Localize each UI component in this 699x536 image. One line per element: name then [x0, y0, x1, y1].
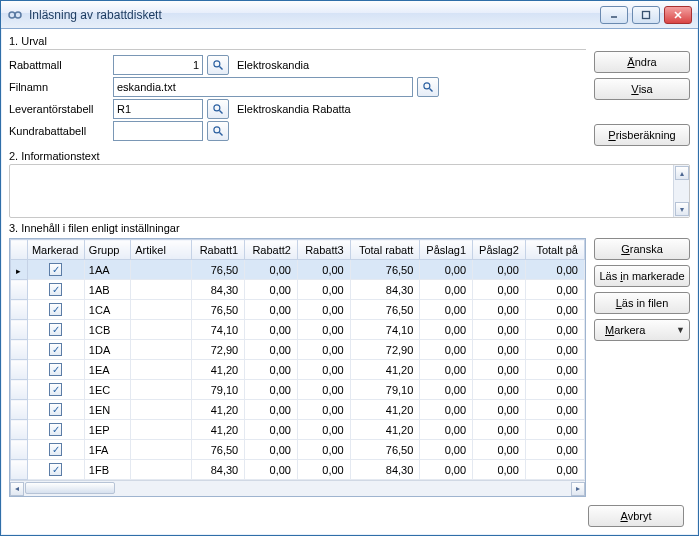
table-row[interactable]: ✓1CA76,500,000,0076,500,000,000,00 [11, 300, 585, 320]
checkbox-icon[interactable]: ✓ [49, 423, 62, 436]
col-artikel[interactable]: Artikel [131, 240, 192, 260]
scroll-right-icon[interactable]: ▸ [571, 482, 585, 496]
las-in-markerade-button[interactable]: Läs in markerade [594, 265, 690, 287]
col-rabatt3[interactable]: Rabatt3 [297, 240, 350, 260]
section1-legend: 1. Urval [9, 35, 586, 47]
scroll-up-icon[interactable]: ▴ [675, 166, 689, 180]
filnamn-lookup-button[interactable] [417, 77, 439, 97]
client-area: 1. Urval Rabattmall Elektroskandia Filna… [1, 29, 698, 535]
informationstext-area[interactable] [12, 167, 671, 215]
table-row[interactable]: ✓1FA76,500,000,0076,500,000,000,00 [11, 440, 585, 460]
table-row[interactable]: ✓1H182,500,000,0082,500,000,000,00 [11, 480, 585, 481]
minimize-button[interactable] [600, 6, 628, 24]
svg-point-6 [214, 61, 220, 67]
table-row[interactable]: ✓1DA72,900,000,0072,900,000,000,00 [11, 340, 585, 360]
scroll-down-icon[interactable]: ▾ [675, 202, 689, 216]
chevron-down-icon: ▼ [676, 325, 685, 335]
col-rabatt1[interactable]: Rabatt1 [192, 240, 245, 260]
checkbox-icon[interactable]: ✓ [49, 463, 62, 476]
grid-corner[interactable] [11, 240, 28, 260]
table-row[interactable]: ✓1FB84,300,000,0084,300,000,000,00 [11, 460, 585, 480]
app-icon [7, 7, 23, 23]
table-row[interactable]: ✓1CB74,100,000,0074,100,000,000,00 [11, 320, 585, 340]
levtabell-desc: Elektroskandia Rabatta [233, 103, 351, 115]
svg-point-0 [9, 12, 15, 18]
las-in-filen-button[interactable]: Läs in filen [594, 292, 690, 314]
scroll-left-icon[interactable]: ◂ [10, 482, 24, 496]
info-vscrollbar[interactable]: ▴ ▾ [673, 165, 689, 217]
svg-point-8 [424, 83, 430, 89]
col-paslag2[interactable]: Påslag2 [473, 240, 526, 260]
table-row[interactable]: ✓1EC79,100,000,0079,100,000,000,00 [11, 380, 585, 400]
svg-point-12 [214, 127, 220, 133]
col-markerad[interactable]: Markerad [27, 240, 84, 260]
label-filnamn: Filnamn [9, 81, 109, 93]
grid-hscrollbar[interactable]: ◂ ▸ [10, 480, 585, 496]
markera-dropdown[interactable]: Markera ▼ [594, 319, 690, 341]
granska-button[interactable]: Granska [594, 238, 690, 260]
rabatmall-input[interactable] [113, 55, 203, 75]
label-rabatmall: Rabattmall [9, 59, 109, 71]
table-row[interactable]: ✓1AB84,300,000,0084,300,000,000,00 [11, 280, 585, 300]
rabatmall-desc: Elektroskandia [233, 59, 309, 71]
section2-legend: 2. Informationstext [9, 150, 690, 162]
file-content-grid: Markerad Grupp Artikel Rabatt1 Rabatt2 R… [9, 238, 586, 497]
col-totaltpa[interactable]: Totalt på [525, 240, 584, 260]
section3-legend: 3. Innehåll i filen enligt inställningar [9, 222, 690, 234]
titlebar: Inläsning av rabattdiskett [1, 1, 698, 29]
col-rabatt2[interactable]: Rabatt2 [245, 240, 298, 260]
filnamn-input[interactable] [113, 77, 413, 97]
window-buttons [600, 6, 692, 24]
levtabell-input[interactable] [113, 99, 203, 119]
visa-button[interactable]: Visa [594, 78, 690, 100]
table-row[interactable]: ✓1EA41,200,000,0041,200,000,000,00 [11, 360, 585, 380]
app-window: Inläsning av rabattdiskett 1. Urval Raba… [0, 0, 699, 536]
svg-line-13 [220, 133, 223, 136]
checkbox-icon[interactable]: ✓ [49, 403, 62, 416]
grid-header-row: Markerad Grupp Artikel Rabatt1 Rabatt2 R… [11, 240, 585, 260]
svg-line-7 [220, 67, 223, 70]
label-kundtabell: Kundrabattabell [9, 125, 109, 137]
label-levtabell: Leverantörstabell [9, 103, 109, 115]
svg-point-1 [15, 12, 21, 18]
kundtabell-input[interactable] [113, 121, 203, 141]
checkbox-icon[interactable]: ✓ [49, 323, 62, 336]
table-row[interactable]: ✓1EP41,200,000,0041,200,000,000,00 [11, 420, 585, 440]
checkbox-icon[interactable]: ✓ [49, 283, 62, 296]
table-row[interactable]: ✓1AA76,500,000,0076,500,000,000,00 [11, 260, 585, 280]
col-grupp[interactable]: Grupp [84, 240, 130, 260]
grid-table[interactable]: Markerad Grupp Artikel Rabatt1 Rabatt2 R… [10, 239, 585, 480]
avbryt-button[interactable]: Avbryt [588, 505, 684, 527]
informationstext-box: ▴ ▾ [9, 164, 690, 218]
svg-line-9 [430, 89, 433, 92]
col-paslag1[interactable]: Påslag1 [420, 240, 473, 260]
table-row[interactable]: ✓1EN41,200,000,0041,200,000,000,00 [11, 400, 585, 420]
svg-point-10 [214, 105, 220, 111]
kundtabell-lookup-button[interactable] [207, 121, 229, 141]
checkbox-icon[interactable]: ✓ [49, 263, 62, 276]
window-title: Inläsning av rabattdiskett [29, 8, 600, 22]
maximize-button[interactable] [632, 6, 660, 24]
col-totalrabatt[interactable]: Total rabatt [350, 240, 420, 260]
checkbox-icon[interactable]: ✓ [49, 443, 62, 456]
prisberakning-button[interactable]: Prisberäkning [594, 124, 690, 146]
andra-button[interactable]: Ändra [594, 51, 690, 73]
checkbox-icon[interactable]: ✓ [49, 383, 62, 396]
checkbox-icon[interactable]: ✓ [49, 343, 62, 356]
svg-rect-3 [643, 11, 650, 18]
rabatmall-lookup-button[interactable] [207, 55, 229, 75]
close-button[interactable] [664, 6, 692, 24]
checkbox-icon[interactable]: ✓ [49, 363, 62, 376]
levtabell-lookup-button[interactable] [207, 99, 229, 119]
hscroll-thumb[interactable] [25, 482, 115, 494]
checkbox-icon[interactable]: ✓ [49, 303, 62, 316]
svg-line-11 [220, 111, 223, 114]
